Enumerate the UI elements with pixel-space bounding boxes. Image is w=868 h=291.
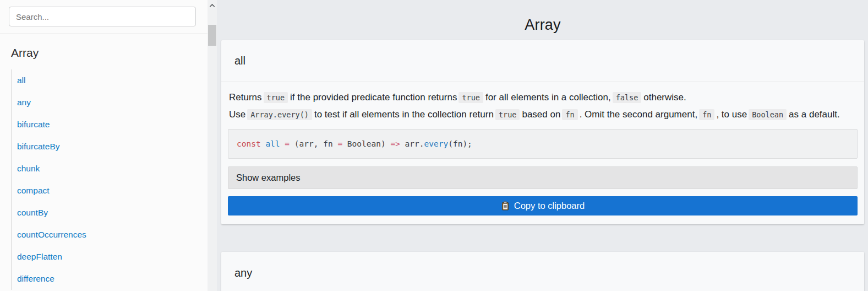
inline-code: fn: [562, 109, 577, 120]
inline-code: true: [264, 92, 288, 103]
inline-code: Array.every(): [247, 109, 312, 120]
sidebar: Array all any bifurcate bifurcateBy: [0, 0, 208, 291]
snippet-code-block: const all = (arr, fn = Boolean) => arr.e…: [228, 129, 858, 159]
code-token: =: [285, 139, 290, 148]
text-segment: otherwise.: [643, 92, 686, 103]
sidebar-link[interactable]: difference: [17, 274, 54, 284]
snippet-title: any: [234, 267, 851, 279]
search-container: [0, 0, 208, 26]
sidebar-link[interactable]: compact: [17, 186, 50, 196]
inline-code: true: [458, 92, 483, 103]
list-item: chunk: [17, 158, 208, 180]
text-segment: based on: [522, 109, 560, 120]
text-segment: . Omit the second argument,: [580, 109, 698, 120]
sidebar-divider: [0, 34, 208, 34]
sidebar-link[interactable]: any: [17, 98, 31, 107]
snippet-description-line: Returnstrueif the provided predicate fun…: [229, 90, 856, 105]
inline-code: Boolean: [749, 109, 787, 120]
chevron-up-icon: [209, 3, 216, 8]
clipboard-icon: [501, 201, 510, 211]
text-segment: to test if all elements in the collectio…: [314, 109, 494, 120]
code-token: =>: [390, 139, 400, 148]
text-segment: if the provided predicate function retur…: [290, 92, 457, 103]
snippet-card-all: all Returnstrueif the provided predicate…: [221, 40, 864, 224]
snippet-title: all: [234, 55, 851, 67]
code-token: every: [424, 139, 449, 148]
list-item: all: [17, 69, 208, 91]
code-token: arr.: [400, 139, 424, 148]
show-examples-button[interactable]: Show examples: [228, 166, 858, 189]
inline-code: false: [613, 92, 642, 103]
list-item: countBy: [17, 202, 208, 224]
sidebar-scrollbar[interactable]: [208, 0, 217, 291]
sidebar-link-list: all any bifurcate bifurcateBy chunk: [11, 69, 208, 290]
main-content: Array all Returnstrueif the provided pre…: [217, 0, 868, 291]
inline-code: true: [495, 109, 520, 120]
sidebar-link[interactable]: countBy: [17, 208, 48, 218]
list-item: deepFlatten: [17, 246, 208, 268]
list-item: difference: [17, 268, 208, 290]
app-root: Array all any bifurcate bifurcateBy: [0, 0, 868, 291]
sidebar-section-title: Array: [11, 46, 208, 60]
page-title: Array: [221, 17, 864, 34]
text-segment: Returns: [229, 92, 262, 103]
code-token: Boolean): [342, 139, 390, 148]
list-item: bifurcate: [17, 114, 208, 136]
snippet-card-header: all: [221, 40, 864, 82]
text-segment: , to use: [716, 109, 747, 120]
code-token: const: [237, 139, 261, 148]
sidebar-link[interactable]: countOccurrences: [17, 230, 86, 240]
list-item: compact: [17, 180, 208, 202]
text-segment: for all elements in a collection,: [485, 92, 611, 103]
inline-code: fn: [699, 109, 714, 120]
code-token: =: [337, 139, 342, 148]
snippet-card-header: any: [221, 252, 864, 291]
copy-button-label: Copy to clipboard: [514, 201, 585, 211]
text-segment: Use: [229, 109, 245, 120]
list-item: bifurcateBy: [17, 136, 208, 158]
code-token: all: [265, 139, 280, 148]
sidebar-link[interactable]: deepFlatten: [17, 252, 62, 262]
snippet-card-body: Returnstrueif the provided predicate fun…: [221, 82, 864, 224]
list-item: any: [17, 91, 208, 114]
scrollbar-thumb[interactable]: [208, 25, 216, 46]
text-segment: as a default.: [789, 109, 840, 120]
snippet-card-any: any: [221, 252, 864, 291]
scrollbar-up-button[interactable]: [208, 0, 217, 11]
sidebar-link[interactable]: bifurcateBy: [17, 142, 60, 152]
code-token: (arr, fn: [290, 139, 337, 148]
sidebar-link[interactable]: bifurcate: [17, 120, 50, 130]
copy-to-clipboard-button[interactable]: Copy to clipboard: [228, 196, 858, 215]
sidebar-link[interactable]: chunk: [17, 164, 40, 174]
list-item: countOccurrences: [17, 224, 208, 246]
code-token: (fn);: [448, 139, 472, 148]
snippet-description-line: UseArray.every()to test if all elements …: [229, 107, 856, 122]
sidebar-link[interactable]: all: [17, 76, 26, 85]
search-input[interactable]: [9, 7, 196, 26]
